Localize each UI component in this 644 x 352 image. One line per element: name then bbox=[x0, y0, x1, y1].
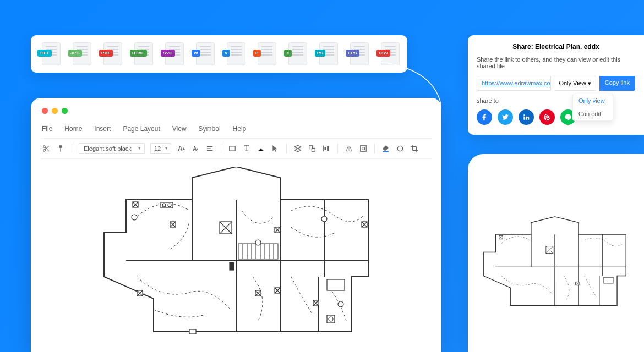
svg-point-40 bbox=[338, 301, 343, 307]
rectangle-tool-icon[interactable] bbox=[228, 144, 237, 153]
group-icon[interactable] bbox=[308, 144, 316, 153]
export-format-word[interactable]: W bbox=[193, 42, 215, 66]
copy-link-button[interactable]: Copy link bbox=[599, 76, 635, 91]
font-decrease-icon[interactable]: A▾ bbox=[191, 144, 200, 153]
format-label: SVG bbox=[161, 50, 175, 57]
format-label: PS bbox=[315, 50, 325, 57]
svg-rect-19 bbox=[238, 244, 278, 259]
export-format-tiff[interactable]: TIFF bbox=[39, 42, 61, 66]
share-panel: Share: Electrical Plan. eddx Share the l… bbox=[468, 35, 644, 135]
svg-rect-8 bbox=[230, 146, 236, 151]
svg-point-0 bbox=[43, 146, 46, 148]
format-label: HTML bbox=[130, 50, 147, 57]
export-format-csv[interactable]: CSV bbox=[378, 42, 400, 66]
share-pinterest-icon[interactable] bbox=[539, 109, 555, 125]
svg-rect-14 bbox=[328, 147, 329, 151]
size-icon[interactable] bbox=[359, 144, 368, 153]
svg-point-47 bbox=[168, 204, 171, 207]
format-label: TIFF bbox=[37, 50, 52, 57]
menu-bar: File Home Insert Page Layout View Symbol… bbox=[41, 122, 432, 139]
toolbar: Elegant soft black 12 A▴ A▾ T bbox=[41, 139, 432, 159]
svg-line-3 bbox=[47, 149, 48, 151]
align-icon[interactable] bbox=[205, 144, 214, 153]
phone-mockup bbox=[468, 154, 644, 352]
export-format-ppt[interactable]: P bbox=[254, 42, 276, 66]
format-label: V bbox=[222, 50, 230, 57]
flip-icon[interactable] bbox=[345, 144, 353, 153]
svg-marker-9 bbox=[294, 145, 301, 148]
menu-insert[interactable]: Insert bbox=[94, 125, 111, 133]
traffic-lights bbox=[41, 108, 432, 114]
format-label: X bbox=[284, 50, 292, 57]
svg-rect-16 bbox=[362, 147, 365, 150]
share-url-field[interactable]: https://www.edrawmax.com/online/files bbox=[477, 76, 551, 91]
export-format-html[interactable]: HTML bbox=[131, 42, 153, 66]
distribute-icon[interactable] bbox=[322, 144, 331, 153]
fill-color-icon[interactable] bbox=[381, 144, 390, 153]
format-label: PDF bbox=[99, 50, 113, 57]
menu-view[interactable]: View bbox=[172, 125, 187, 133]
pointer-tool-icon[interactable] bbox=[271, 144, 280, 153]
export-format-svg[interactable]: SVG bbox=[162, 42, 184, 66]
format-label: EPS bbox=[346, 50, 359, 57]
format-label: W bbox=[192, 50, 200, 57]
share-linkedin-icon[interactable] bbox=[519, 109, 534, 125]
export-format-jpg[interactable]: JPG bbox=[69, 42, 91, 66]
text-tool-icon[interactable]: T bbox=[242, 144, 251, 153]
svg-point-39 bbox=[321, 216, 327, 222]
svg-point-37 bbox=[132, 215, 137, 220]
menu-page-layout[interactable]: Page Layout bbox=[123, 125, 160, 133]
font-increase-icon[interactable]: A▴ bbox=[177, 144, 185, 153]
format-label: CSV bbox=[376, 50, 390, 57]
share-title: Share: Electrical Plan. eddx bbox=[477, 43, 635, 51]
permission-select[interactable]: Only View ▾ bbox=[554, 76, 596, 91]
svg-line-4 bbox=[45, 147, 46, 148]
svg-point-46 bbox=[162, 204, 166, 207]
line-tool-icon[interactable] bbox=[256, 144, 265, 153]
permission-option-view[interactable]: Only view bbox=[573, 94, 613, 107]
line-style-icon[interactable] bbox=[396, 144, 405, 153]
svg-rect-42 bbox=[327, 279, 345, 290]
font-select[interactable]: Elegant soft black bbox=[79, 143, 145, 154]
svg-rect-52 bbox=[604, 277, 613, 283]
svg-point-18 bbox=[398, 146, 403, 151]
electrical-floorplan bbox=[93, 167, 379, 343]
export-format-eps[interactable]: EPS bbox=[347, 42, 369, 66]
format-painter-icon[interactable] bbox=[56, 144, 65, 153]
format-label: JPG bbox=[68, 50, 82, 57]
svg-rect-17 bbox=[383, 151, 389, 152]
share-twitter-icon[interactable] bbox=[498, 109, 513, 125]
layers-icon[interactable] bbox=[293, 144, 302, 153]
maximize-window-icon[interactable] bbox=[62, 108, 68, 114]
menu-help[interactable]: Help bbox=[233, 125, 247, 133]
crop-icon[interactable] bbox=[410, 144, 419, 153]
export-format-ps[interactable]: PS bbox=[316, 42, 338, 66]
menu-file[interactable]: File bbox=[42, 125, 52, 133]
svg-point-1 bbox=[43, 150, 46, 152]
menu-symbol[interactable]: Symbol bbox=[199, 125, 221, 133]
permission-dropdown: Only view Can edit bbox=[572, 94, 613, 121]
minimize-window-icon[interactable] bbox=[52, 108, 58, 114]
export-format-excel[interactable]: X bbox=[285, 42, 307, 66]
svg-rect-13 bbox=[325, 147, 326, 150]
app-window: File Home Insert Page Layout View Symbol… bbox=[31, 98, 441, 352]
close-window-icon[interactable] bbox=[42, 108, 48, 114]
svg-rect-41 bbox=[230, 262, 234, 270]
export-format-pdf[interactable]: PDF bbox=[100, 42, 122, 66]
export-format-visio[interactable]: V bbox=[223, 42, 245, 66]
font-size-select[interactable]: 12 bbox=[150, 143, 171, 154]
cut-icon[interactable] bbox=[42, 144, 51, 153]
permission-option-edit[interactable]: Can edit bbox=[573, 107, 613, 120]
format-label: P bbox=[253, 50, 261, 57]
svg-point-38 bbox=[255, 240, 261, 245]
export-formats-bar: TIFF JPG PDF HTML SVG W V P X PS EPS CSV bbox=[31, 35, 407, 73]
electrical-floorplan-mobile bbox=[478, 209, 632, 319]
svg-rect-48 bbox=[189, 329, 196, 334]
share-link-row: https://www.edrawmax.com/online/files On… bbox=[477, 76, 635, 91]
share-facebook-icon[interactable] bbox=[477, 109, 492, 125]
canvas[interactable] bbox=[41, 159, 432, 352]
svg-rect-15 bbox=[361, 146, 367, 152]
menu-home[interactable]: Home bbox=[64, 125, 82, 133]
svg-point-44 bbox=[329, 317, 333, 321]
share-description: Share the link to others, and they can v… bbox=[477, 56, 635, 69]
